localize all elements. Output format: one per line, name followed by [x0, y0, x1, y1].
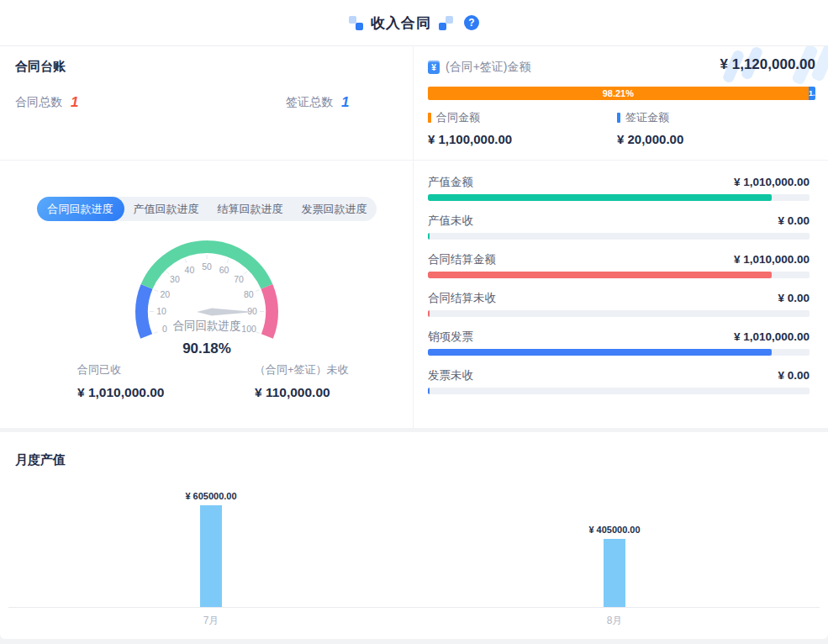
metric-progress-track — [428, 233, 810, 240]
title-decor-left-icon — [349, 16, 363, 30]
payback-gauge-chart: 0102030405060708090100合同回款进度90.18% — [114, 235, 299, 365]
payback-progress-tabs: 合同回款进度产值回款进度结算回款进度发票回款进度 — [37, 197, 377, 221]
payback-progress-card: 合同回款进度产值回款进度结算回款进度发票回款进度 010203040506070… — [0, 161, 414, 428]
gauge-stat-label: 合同已收 — [77, 362, 164, 377]
ledger-stat: 签证总数1 — [286, 94, 349, 111]
bar-value-label: ¥ 405000.00 — [556, 525, 673, 535]
svg-text:10: 10 — [156, 306, 166, 316]
legend-value: ¥ 20,000.00 — [617, 132, 683, 146]
svg-text:50: 50 — [202, 261, 212, 272]
svg-text:合同回款进度: 合同回款进度 — [173, 319, 241, 332]
metric-row: 合同结算金额¥ 1,010,000.00 — [428, 252, 810, 278]
ledger-stat-value: 1 — [341, 94, 349, 111]
legend-marker — [617, 113, 620, 123]
metric-label: 产值未收 — [428, 214, 473, 229]
metric-row: 合同结算未收¥ 0.00 — [428, 291, 810, 317]
metric-progress-fill — [428, 349, 772, 356]
legend-label: 合同金额 — [436, 110, 480, 125]
bar-8月 — [604, 539, 625, 607]
ratio-bar-segment: 1. — [809, 87, 815, 100]
summary-label: (合同+签证)金额 — [446, 60, 531, 75]
svg-text:80: 80 — [244, 289, 254, 299]
svg-text:20: 20 — [160, 289, 170, 299]
metric-value: ¥ 0.00 — [778, 214, 810, 227]
monthly-bar-chart: ¥ 605000.007月¥ 405000.008月 — [0, 432, 828, 639]
tab-发票回款进度[interactable]: 发票回款进度 — [293, 197, 377, 221]
tab-合同回款进度[interactable]: 合同回款进度 — [37, 197, 124, 221]
legend-value: ¥ 1,100,000.00 — [428, 132, 512, 146]
gauge-stat: （合同+签证）未收¥ 110,000.00 — [255, 362, 349, 400]
help-icon[interactable]: ? — [464, 15, 479, 30]
ratio-bar-segment: 98.21% — [428, 87, 809, 100]
metric-label: 合同结算金额 — [428, 252, 496, 267]
bar-value-label: ¥ 605000.00 — [152, 491, 270, 501]
metric-label: 合同结算未收 — [428, 291, 496, 306]
svg-text:100: 100 — [241, 324, 256, 334]
metric-progress-fill — [428, 310, 430, 317]
metric-label: 发票未收 — [428, 368, 473, 383]
metric-label: 销项发票 — [428, 330, 473, 345]
metric-label: 产值金额 — [428, 175, 473, 190]
gauge-stat: 合同已收¥ 1,010,000.00 — [77, 362, 164, 400]
svg-text:40: 40 — [185, 265, 195, 275]
gauge-stat-label: （合同+签证）未收 — [255, 362, 349, 377]
metric-progress-track — [428, 388, 810, 394]
metric-progress-fill — [428, 272, 772, 278]
metric-value: ¥ 0.00 — [778, 292, 810, 304]
metric-progress-fill — [428, 233, 430, 240]
metric-progress-fill — [428, 388, 430, 394]
gauge-stat-value: ¥ 110,000.00 — [255, 385, 349, 400]
metric-value: ¥ 0.00 — [778, 369, 810, 382]
ledger-stat-value: 1 — [71, 94, 78, 111]
svg-text:60: 60 — [219, 265, 229, 275]
tab-结算回款进度[interactable]: 结算回款进度 — [208, 197, 293, 221]
main-panel: 合同台账 合同总数1签证总数1 ¥ (合同+签证)金额 ¥ 1,120,000.… — [0, 46, 828, 428]
svg-text:0: 0 — [162, 324, 167, 334]
svg-text:30: 30 — [170, 274, 180, 284]
metric-row: 销项发票¥ 1,010,000.00 — [428, 330, 810, 356]
metric-row: 产值未收¥ 0.00 — [428, 214, 810, 240]
legend-marker — [428, 113, 431, 123]
legend-label: 签证金额 — [625, 110, 669, 125]
amount-summary-card: ¥ (合同+签证)金额 ¥ 1,120,000.00 98.21%1. 合同金额… — [414, 46, 828, 161]
ledger-stat-label: 签证总数 — [286, 95, 333, 110]
legend-item: 签证金额¥ 20,000.00 — [617, 110, 683, 146]
title-decor-right-icon — [439, 16, 453, 30]
ledger-stat-label: 合同总数 — [15, 95, 62, 110]
metric-progress-fill — [428, 194, 772, 201]
metric-progress-track — [428, 194, 810, 201]
metric-progress-track — [428, 349, 810, 356]
metric-row: 产值金额¥ 1,010,000.00 — [428, 175, 810, 201]
metric-progress-track — [428, 310, 810, 317]
bar-7月 — [200, 505, 222, 607]
monthly-output-card: 月度产值 ¥ 605000.007月¥ 405000.008月 — [0, 432, 828, 639]
tab-产值回款进度[interactable]: 产值回款进度 — [124, 197, 208, 221]
metric-list-card: 产值金额¥ 1,010,000.00产值未收¥ 0.00合同结算金额¥ 1,01… — [414, 161, 828, 428]
svg-text:70: 70 — [234, 274, 244, 284]
legend-item: 合同金额¥ 1,100,000.00 — [428, 110, 512, 146]
amount-ratio-bar: 98.21%1. — [428, 87, 815, 100]
contract-ledger-card: 合同台账 合同总数1签证总数1 — [0, 46, 414, 161]
page-header: 收入合同 ? — [0, 0, 828, 46]
ledger-title: 合同台账 — [15, 59, 66, 75]
clipboard-yen-icon: ¥ — [428, 61, 440, 74]
metric-row: 发票未收¥ 0.00 — [428, 368, 810, 394]
svg-text:90: 90 — [247, 306, 257, 316]
metric-value: ¥ 1,010,000.00 — [734, 330, 810, 343]
metric-value: ¥ 1,010,000.00 — [734, 253, 810, 266]
x-axis-line — [8, 607, 820, 608]
svg-text:90.18%: 90.18% — [182, 340, 231, 356]
metric-value: ¥ 1,010,000.00 — [734, 176, 810, 188]
x-axis-label: 8月 — [556, 614, 673, 628]
ledger-stat: 合同总数1 — [15, 94, 78, 111]
gauge-stat-value: ¥ 1,010,000.00 — [77, 385, 164, 400]
summary-total-amount: ¥ 1,120,000.00 — [720, 56, 815, 73]
page-title: 收入合同 — [371, 13, 431, 33]
x-axis-label: 7月 — [152, 614, 270, 628]
metric-progress-track — [428, 272, 810, 278]
